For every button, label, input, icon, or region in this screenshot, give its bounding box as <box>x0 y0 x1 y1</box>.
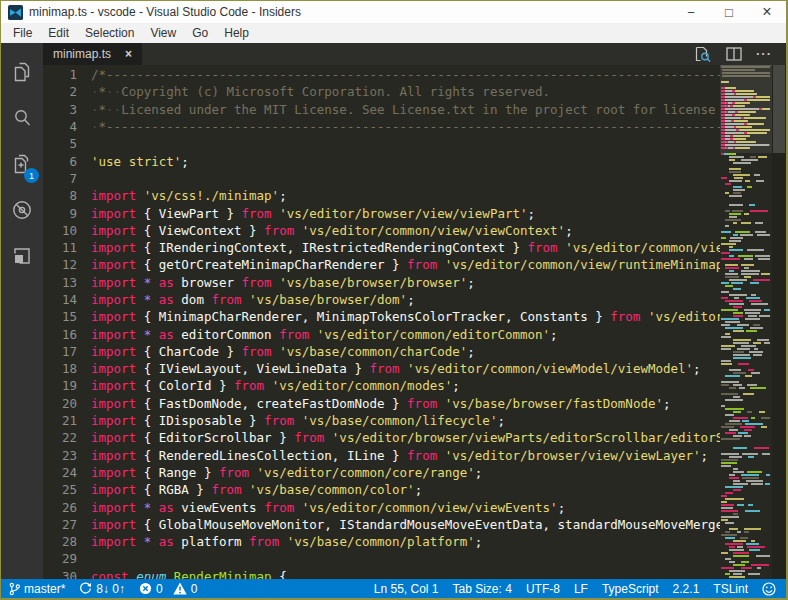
tab-close-icon[interactable]: × <box>125 47 132 61</box>
line-content: import { FastDomNode, createFastDomNode … <box>77 396 671 411</box>
problems-status[interactable]: 0 0 <box>139 582 197 596</box>
open-preview-icon[interactable] <box>694 46 712 62</box>
line-number: 22 <box>43 430 77 445</box>
code-line: 24import { Range } from 'vs/editor/commo… <box>43 464 720 481</box>
code-line: 27import { GlobalMouseMoveMonitor, IStan… <box>43 516 720 533</box>
scrollbar-thumb[interactable] <box>773 65 785 153</box>
line-content: import { ViewContext } from 'vs/editor/c… <box>77 223 573 238</box>
status-bar: master* 8↓ 0↑ 0 0 <box>1 579 786 598</box>
menu-selection[interactable]: Selection <box>77 23 142 43</box>
line-number: 8 <box>43 188 77 203</box>
code-line: 25import { RGBA } from 'vs/base/common/c… <box>43 481 720 498</box>
menu-bar: File Edit Selection View Go Help <box>1 23 786 43</box>
line-number: 21 <box>43 413 77 428</box>
line-content: import { RenderedLinesCollection, ILine … <box>77 448 708 463</box>
code-line: 29 <box>43 550 720 567</box>
code-line: 11import { IRenderingContext, IRestricte… <box>43 239 720 256</box>
activity-source-control[interactable]: 1 <box>1 141 43 187</box>
code-line: 14import * as dom from 'vs/base/browser/… <box>43 291 720 308</box>
eol-sequence[interactable]: LF <box>574 582 588 596</box>
close-button[interactable]: × <box>748 1 786 23</box>
line-content: import * as platform from 'vs/base/commo… <box>77 534 482 549</box>
code-line: 7 <box>43 170 720 187</box>
tab-label: minimap.ts <box>53 47 111 61</box>
line-number: 15 <box>43 309 77 324</box>
typescript-version[interactable]: 2.2.1 <box>673 582 700 596</box>
error-icon <box>139 582 152 595</box>
menu-edit[interactable]: Edit <box>40 23 77 43</box>
menu-file[interactable]: File <box>5 23 40 43</box>
menu-view[interactable]: View <box>142 23 184 43</box>
code-line: 12import { getOrCreateMinimapCharRendere… <box>43 256 720 273</box>
code-line: 1/*-------------------------------------… <box>43 66 720 83</box>
vscode-logo-icon <box>8 5 23 20</box>
title-bar: minimap.ts - vscode - Visual Studio Code… <box>1 1 786 23</box>
line-content: ·*··Licensed under the MIT License. See … <box>77 102 720 117</box>
tslint-status[interactable]: TSLint <box>713 582 748 596</box>
line-number: 30 <box>43 569 77 579</box>
git-sync-status[interactable]: 8↓ 0↑ <box>79 582 125 596</box>
debug-icon <box>10 198 34 222</box>
maximize-button[interactable]: □ <box>710 1 748 23</box>
activity-debug[interactable] <box>1 187 43 233</box>
minimap-slider[interactable] <box>720 65 772 153</box>
more-actions-icon[interactable]: ··· <box>756 49 772 59</box>
line-content: 'use strict'; <box>77 154 189 169</box>
code-line: 30const enum RenderMinimap { <box>43 568 720 579</box>
minimize-button[interactable]: − <box>672 1 710 23</box>
encoding[interactable]: UTF-8 <box>526 582 560 596</box>
status-bar-right: Ln 55, Col 1 Tab Size: 4 UTF-8 LF TypeSc… <box>360 582 776 596</box>
line-number: 1 <box>43 67 77 82</box>
activity-extensions[interactable] <box>1 233 43 279</box>
split-editor-icon[interactable] <box>726 47 742 61</box>
feedback-smiley[interactable] <box>762 582 776 596</box>
line-content: import * as editorCommon from 'vs/editor… <box>77 327 558 342</box>
line-number: 10 <box>43 223 77 238</box>
warning-count: 0 <box>191 582 198 596</box>
explorer-icon <box>10 60 34 84</box>
line-content: import { IDisposable } from 'vs/base/com… <box>77 413 505 428</box>
code-line: 18import { IViewLayout, ViewLineData } f… <box>43 360 720 377</box>
activity-explorer[interactable] <box>1 49 43 95</box>
workbench: 1 <box>1 43 786 579</box>
line-content: import * as dom from 'vs/base/browser/do… <box>77 292 415 307</box>
line-number: 16 <box>43 327 77 342</box>
code-line: 8import 'vs/css!./minimap'; <box>43 187 720 204</box>
code-line: 20import { FastDomNode, createFastDomNod… <box>43 395 720 412</box>
activity-bar: 1 <box>1 43 43 579</box>
cursor-position[interactable]: Ln 55, Col 1 <box>374 582 439 596</box>
line-number: 25 <box>43 482 77 497</box>
line-content: import { ColorId } from 'vs/editor/commo… <box>77 378 460 393</box>
tab-minimap-ts[interactable]: minimap.ts × <box>43 43 142 65</box>
line-content: import { IViewLayout, ViewLineData } fro… <box>77 361 701 376</box>
line-number: 26 <box>43 500 77 515</box>
search-icon <box>10 106 34 130</box>
extensions-icon <box>10 244 34 268</box>
code-line: 10import { ViewContext } from 'vs/editor… <box>43 222 720 239</box>
line-number: 11 <box>43 240 77 255</box>
line-content: ·*--------------------------------------… <box>77 119 720 134</box>
code-line: 22import { EditorScrollbar } from 'vs/ed… <box>43 429 720 446</box>
line-content: import { GlobalMouseMoveMonitor, IStanda… <box>77 517 720 532</box>
vscode-window: minimap.ts - vscode - Visual Studio Code… <box>1 1 786 598</box>
scm-badge: 1 <box>24 168 39 183</box>
line-number: 6 <box>43 154 77 169</box>
activity-search[interactable] <box>1 95 43 141</box>
git-branch-status[interactable]: master* <box>9 582 65 596</box>
vertical-scrollbar[interactable] <box>772 65 786 579</box>
line-number: 20 <box>43 396 77 411</box>
line-number: 29 <box>43 551 77 566</box>
menu-go[interactable]: Go <box>184 23 216 43</box>
code-line: 21import { IDisposable } from 'vs/base/c… <box>43 412 720 429</box>
line-content: import { CharCode } from 'vs/base/common… <box>77 344 475 359</box>
code-editor[interactable]: 1/*-------------------------------------… <box>43 65 786 579</box>
line-number: 2 <box>43 84 77 99</box>
line-content: import * as viewEvents from 'vs/editor/c… <box>77 500 565 515</box>
language-mode[interactable]: TypeScript <box>602 582 659 596</box>
line-number: 5 <box>43 136 77 151</box>
line-content: import * as browser from 'vs/base/browse… <box>77 275 475 290</box>
menu-help[interactable]: Help <box>216 23 257 43</box>
tab-size[interactable]: Tab Size: 4 <box>453 582 512 596</box>
code-line: 15import { MinimapCharRenderer, MinimapT… <box>43 308 720 325</box>
line-number: 13 <box>43 275 77 290</box>
